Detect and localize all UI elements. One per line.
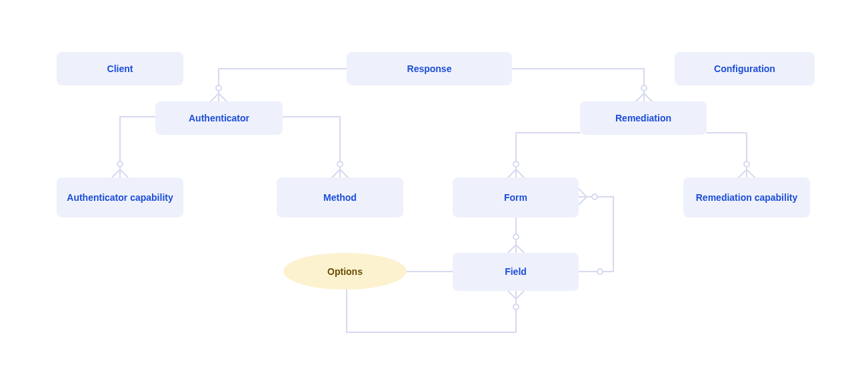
node-options: Options (283, 253, 407, 290)
node-response-label: Response (407, 63, 452, 75)
node-authenticator: Authenticator (155, 101, 283, 135)
node-configuration: Configuration (675, 52, 815, 85)
svg-point-7 (592, 194, 597, 200)
node-remediation-capability-label: Remediation capability (696, 192, 797, 204)
svg-point-8 (597, 269, 603, 274)
edge-authenticator-authcap (120, 117, 155, 177)
edge-remediation-remcap (707, 133, 747, 177)
node-remediation-capability: Remediation capability (683, 177, 810, 218)
node-authenticator-capability: Authenticator capability (57, 177, 183, 218)
edge-authenticator-method (283, 117, 340, 177)
edge-response-authenticator (219, 69, 347, 101)
edge-remediation-form (516, 133, 580, 177)
node-client-label: Client (107, 63, 133, 75)
node-client: Client (57, 52, 183, 85)
edge-field-self (347, 287, 516, 332)
node-field: Field (453, 253, 579, 291)
node-method: Method (277, 177, 403, 218)
svg-point-0 (216, 85, 221, 91)
node-response: Response (347, 52, 512, 85)
node-form: Form (453, 177, 579, 218)
node-form-label: Form (504, 192, 527, 204)
diagram-canvas: Client Response Configuration Authentica… (0, 0, 868, 381)
svg-point-4 (513, 161, 519, 167)
svg-point-2 (117, 161, 123, 167)
node-remediation-label: Remediation (615, 112, 671, 124)
svg-point-3 (337, 161, 343, 167)
svg-point-6 (513, 234, 519, 240)
edge-field-form-loop (579, 197, 613, 272)
svg-point-5 (744, 161, 749, 167)
svg-point-9 (513, 304, 519, 310)
node-authenticator-capability-label: Authenticator capability (67, 192, 173, 204)
edge-response-remediation (512, 69, 644, 101)
node-remediation: Remediation (580, 101, 707, 135)
node-authenticator-label: Authenticator (189, 112, 249, 124)
node-options-label: Options (327, 266, 363, 277)
node-configuration-label: Configuration (714, 63, 775, 75)
node-field-label: Field (505, 266, 527, 278)
svg-point-1 (641, 85, 647, 91)
node-method-label: Method (323, 192, 357, 204)
